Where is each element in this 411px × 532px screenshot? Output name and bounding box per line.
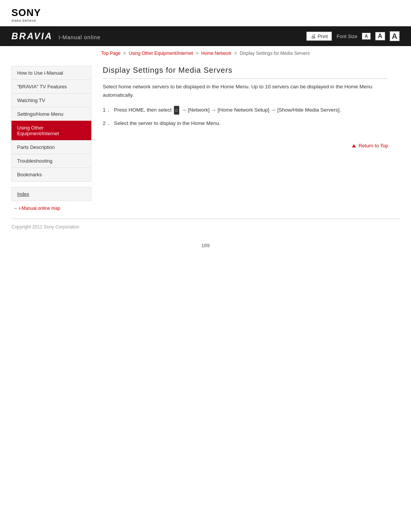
main-container: How to Use i-Manual "BRAVIA" TV Features… bbox=[0, 58, 411, 211]
page-title: Display Settings for Media Servers bbox=[103, 66, 388, 79]
font-size-large-button[interactable]: A bbox=[390, 31, 400, 41]
sidebar-item-settings-home[interactable]: Settings/Home Menu bbox=[11, 107, 91, 121]
bravia-bar: BRAVIA i-Manual online 🖨 Print Font Size… bbox=[0, 26, 411, 46]
sidebar-item-bravia-features[interactable]: "BRAVIA" TV Features bbox=[11, 80, 91, 93]
bravia-right: 🖨 Print Font Size A A A bbox=[306, 31, 400, 41]
top-bar: SONY make.believe bbox=[0, 0, 411, 26]
breadcrumb-current: Display Settings for Media Servers bbox=[240, 51, 310, 56]
page-number: 189 bbox=[0, 235, 411, 256]
breadcrumb: Top Page > Using Other Equipment/Interne… bbox=[0, 46, 411, 58]
breadcrumb-top-page[interactable]: Top Page bbox=[101, 51, 121, 56]
step-2: 2． Select the server to display in the H… bbox=[103, 119, 388, 128]
bravia-logo: BRAVIA bbox=[11, 31, 53, 42]
home-icon: ⌂ bbox=[174, 106, 179, 115]
imanual-map-link[interactable]: →i-Manual online map bbox=[11, 206, 91, 211]
breadcrumb-home-network[interactable]: Home Network bbox=[201, 51, 231, 56]
steps-list: 1． Press HOME, then select ⌂ → [Network]… bbox=[103, 106, 388, 127]
content-area: Display Settings for Media Servers Selec… bbox=[91, 58, 400, 211]
bravia-subtitle: i-Manual online bbox=[59, 34, 100, 40]
print-icon: 🖨 bbox=[311, 33, 316, 39]
step-1-text: Press HOME, then select ⌂ → [Network] → … bbox=[114, 106, 388, 115]
print-button[interactable]: 🖨 Print bbox=[306, 32, 332, 41]
sidebar-item-how-to-use[interactable]: How to Use i-Manual bbox=[11, 66, 91, 80]
sidebar-item-index[interactable]: Index bbox=[11, 187, 91, 201]
footer: Copyright 2011 Sony Corporation bbox=[0, 219, 411, 235]
step-2-number: 2． bbox=[103, 119, 111, 128]
return-to-top-link[interactable]: Return to Top bbox=[352, 143, 388, 149]
font-size-small-button[interactable]: A bbox=[362, 33, 371, 40]
return-to-top: Return to Top bbox=[103, 143, 388, 149]
sidebar-item-parts-description[interactable]: Parts Description bbox=[11, 140, 91, 154]
copyright-text: Copyright 2011 Sony Corporation bbox=[11, 224, 79, 230]
bravia-left: BRAVIA i-Manual online bbox=[11, 31, 100, 42]
sidebar-item-troubleshooting[interactable]: Troubleshooting bbox=[11, 154, 91, 168]
return-to-top-label: Return to Top bbox=[358, 143, 388, 149]
sidebar-item-bookmarks[interactable]: Bookmarks bbox=[11, 168, 91, 182]
sony-logo: SONY make.believe bbox=[11, 7, 41, 22]
breadcrumb-sep-2: > bbox=[196, 51, 200, 56]
sidebar-item-using-other[interactable]: Using Other Equipment/Internet bbox=[11, 121, 91, 140]
sony-tagline: make.believe bbox=[11, 19, 36, 22]
font-size-label: Font Size bbox=[336, 34, 357, 39]
step-1: 1． Press HOME, then select ⌂ → [Network]… bbox=[103, 106, 388, 115]
breadcrumb-sep-1: > bbox=[123, 51, 127, 56]
content-intro: Select home network servers to be displa… bbox=[103, 83, 388, 99]
sidebar-item-watching-tv[interactable]: Watching TV bbox=[11, 93, 91, 107]
step-2-text: Select the server to display in the Home… bbox=[114, 119, 388, 128]
triangle-up-icon bbox=[352, 144, 356, 147]
sony-text: SONY bbox=[11, 7, 41, 19]
arrow-right-icon: → bbox=[13, 206, 18, 211]
font-size-medium-button[interactable]: A bbox=[375, 32, 385, 40]
breadcrumb-sep-3: > bbox=[234, 51, 238, 56]
print-label: Print bbox=[318, 34, 328, 39]
step-1-number: 1． bbox=[103, 106, 111, 115]
sidebar: How to Use i-Manual "BRAVIA" TV Features… bbox=[11, 66, 91, 211]
breadcrumb-using-other[interactable]: Using Other Equipment/Internet bbox=[129, 51, 193, 56]
